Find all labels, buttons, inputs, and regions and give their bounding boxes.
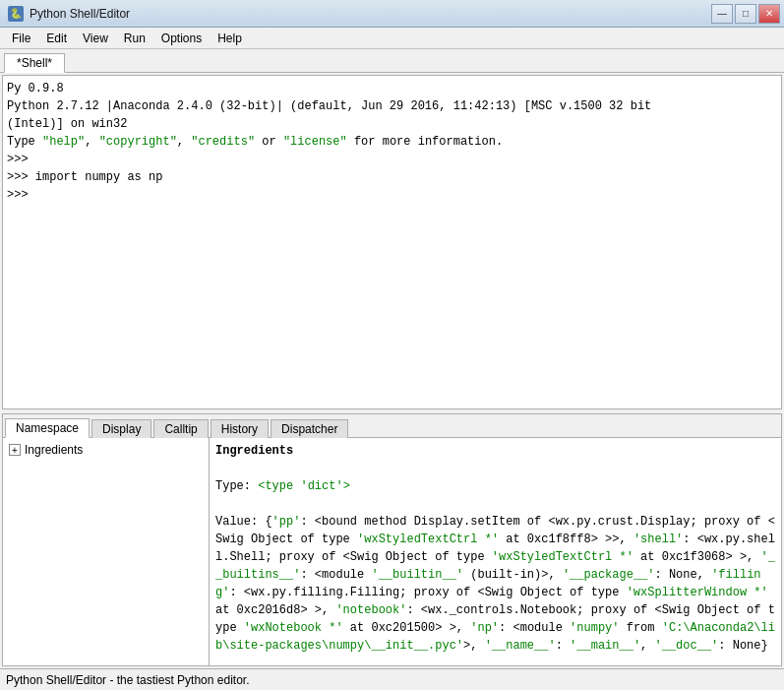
menu-edit[interactable]: Edit xyxy=(38,30,75,47)
menu-options[interactable]: Options xyxy=(153,30,210,47)
shell-line-import: >>> import numpy as np xyxy=(7,168,777,186)
tree-expand-icon[interactable]: + xyxy=(9,444,21,456)
close-button[interactable]: ✕ xyxy=(758,4,780,24)
menu-view[interactable]: View xyxy=(75,30,116,47)
minimize-button[interactable]: — xyxy=(711,4,733,24)
menu-help[interactable]: Help xyxy=(210,30,250,47)
title-bar-controls: — □ ✕ xyxy=(711,4,780,24)
tab-shell[interactable]: *Shell* xyxy=(4,53,65,73)
tab-dispatcher[interactable]: Dispatcher xyxy=(271,419,348,438)
detail-title: Ingredients xyxy=(215,442,775,460)
tab-calltip[interactable]: Calltip xyxy=(153,419,208,438)
menu-run[interactable]: Run xyxy=(116,30,153,47)
shell-prompt-1: >>> xyxy=(7,151,777,168)
shell-content[interactable]: Py 0.9.8 Python 2.7.12 |Anaconda 2.4.0 (… xyxy=(3,76,781,408)
top-tab-bar: *Shell* xyxy=(0,49,784,73)
tree-panel[interactable]: + Ingredients xyxy=(3,438,210,665)
window-title: Python Shell/Editor xyxy=(30,7,130,21)
bottom-panel: Namespace Display Calltip History Dispat… xyxy=(2,413,782,666)
tab-display[interactable]: Display xyxy=(91,419,151,438)
bottom-tabs: Namespace Display Calltip History Dispat… xyxy=(3,414,781,438)
title-bar: 🐍 Python Shell/Editor — □ ✕ xyxy=(0,0,784,28)
shell-line: Type "help", "copyright", "credits" or "… xyxy=(7,133,777,151)
detail-type: Type: <type 'dict'> xyxy=(215,477,775,495)
tab-namespace[interactable]: Namespace xyxy=(5,418,90,438)
shell-prompt-2: >>> xyxy=(7,186,777,204)
detail-value: Value: {'pp': <bound method Display.setI… xyxy=(215,513,775,655)
tree-item-label: Ingredients xyxy=(25,443,83,457)
tree-item-ingredients[interactable]: + Ingredients xyxy=(7,442,205,458)
menu-bar: File Edit View Run Options Help xyxy=(0,28,784,49)
main-container: Py 0.9.8 Python 2.7.12 |Anaconda 2.4.0 (… xyxy=(0,73,784,668)
maximize-button[interactable]: □ xyxy=(735,4,756,24)
shell-line: Py 0.9.8 xyxy=(7,80,777,97)
bottom-content: + Ingredients Ingredients Type: <type 'd… xyxy=(3,438,781,665)
shell-line: Python 2.7.12 |Anaconda 2.4.0 (32-bit)| … xyxy=(7,97,777,115)
status-bar: Python Shell/Editor - the tastiest Pytho… xyxy=(0,668,784,690)
detail-panel[interactable]: Ingredients Type: <type 'dict'> Value: {… xyxy=(210,438,781,665)
tab-history[interactable]: History xyxy=(211,419,269,438)
shell-line: (Intel)] on win32 xyxy=(7,115,777,133)
shell-area: Py 0.9.8 Python 2.7.12 |Anaconda 2.4.0 (… xyxy=(2,75,782,409)
menu-file[interactable]: File xyxy=(4,30,38,47)
app-icon: 🐍 xyxy=(8,6,24,22)
status-text: Python Shell/Editor - the tastiest Pytho… xyxy=(6,673,249,687)
title-bar-left: 🐍 Python Shell/Editor xyxy=(8,6,130,22)
